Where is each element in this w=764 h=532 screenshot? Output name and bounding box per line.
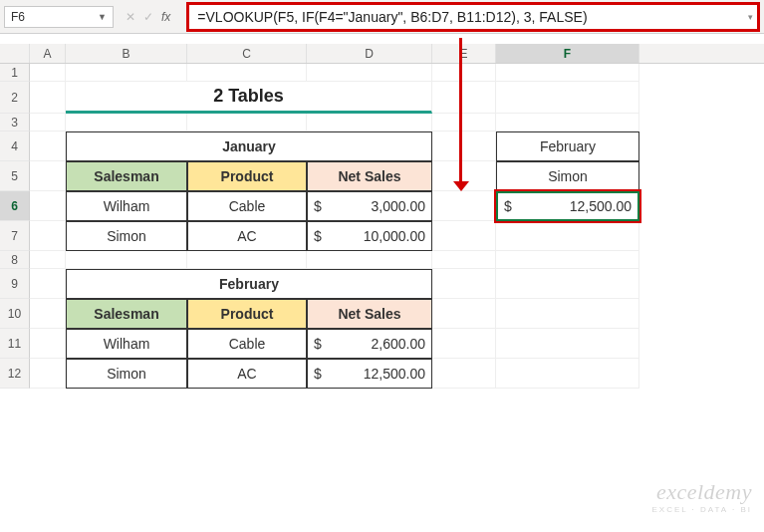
cancel-icon[interactable]: ✕ [126, 10, 135, 24]
grid-rows: 1 2 2 Tables 3 4 [0, 64, 764, 389]
cell[interactable] [187, 251, 307, 269]
cell[interactable] [307, 251, 432, 269]
cell[interactable] [432, 64, 496, 82]
cell[interactable] [30, 269, 66, 299]
col-header-e[interactable]: E [432, 44, 496, 63]
cell[interactable] [432, 299, 496, 329]
table-cell[interactable]: Wilham [66, 191, 187, 221]
cell[interactable] [30, 161, 66, 191]
cell[interactable] [30, 191, 66, 221]
page-title[interactable]: 2 Tables [66, 82, 432, 114]
table-cell[interactable]: Cable [187, 191, 307, 221]
cell[interactable] [30, 82, 66, 114]
accept-icon[interactable]: ✓ [143, 10, 153, 24]
cell[interactable] [496, 269, 639, 299]
cell[interactable] [432, 82, 496, 114]
cell[interactable] [432, 251, 496, 269]
lookup-salesman[interactable]: Simon [496, 161, 639, 191]
col-header-b[interactable]: B [66, 44, 187, 63]
table-cell[interactable]: AC [187, 221, 307, 251]
cell[interactable] [496, 251, 639, 269]
cell[interactable] [432, 191, 496, 221]
cell[interactable] [307, 64, 432, 82]
row-header[interactable]: 11 [0, 329, 30, 359]
row-header[interactable]: 12 [0, 359, 30, 389]
row-header[interactable]: 7 [0, 221, 30, 251]
worksheet[interactable]: A B C D E F 1 2 2 Tables 3 [0, 44, 764, 532]
col-header-a[interactable]: A [30, 44, 66, 63]
table-cell[interactable]: Cable [187, 329, 307, 359]
cell[interactable] [30, 329, 66, 359]
lookup-result-cell[interactable]: $ 12,500.00 [496, 191, 639, 221]
formula-toolbar: F6 ▼ ✕ ✓ fx =VLOOKUP(F5, IF(F4="January"… [0, 0, 764, 34]
formula-bar[interactable]: =VLOOKUP(F5, IF(F4="January", B6:D7, B11… [186, 2, 760, 32]
expand-icon[interactable]: ▾ [748, 12, 753, 22]
cell[interactable] [496, 329, 639, 359]
name-box[interactable]: F6 ▼ [4, 6, 114, 28]
cell[interactable] [30, 132, 66, 161]
table-cell-money[interactable]: $ 10,000.00 [307, 221, 432, 251]
row-header[interactable]: 10 [0, 299, 30, 329]
cell[interactable] [496, 221, 639, 251]
money-value: 10,000.00 [328, 228, 425, 244]
col-header-c[interactable]: C [187, 44, 307, 63]
cell[interactable] [432, 114, 496, 132]
select-all-corner[interactable] [0, 44, 30, 63]
chevron-down-icon[interactable]: ▼ [98, 12, 107, 22]
row-header[interactable]: 4 [0, 132, 30, 161]
cell[interactable] [496, 114, 639, 132]
cell[interactable] [66, 251, 187, 269]
table-cell-money[interactable]: $ 3,000.00 [307, 191, 432, 221]
col-product[interactable]: Product [187, 299, 307, 329]
grid-row: 8 [0, 251, 764, 269]
row-header[interactable]: 9 [0, 269, 30, 299]
cell[interactable] [496, 64, 639, 82]
table-cell[interactable]: Simon [66, 221, 187, 251]
cell[interactable] [432, 329, 496, 359]
cell[interactable] [30, 114, 66, 132]
cell[interactable] [66, 64, 187, 82]
cell[interactable] [187, 64, 307, 82]
row-header[interactable]: 3 [0, 114, 30, 132]
currency-symbol: $ [314, 198, 328, 214]
cell[interactable] [496, 82, 639, 114]
table-cell[interactable]: Wilham [66, 329, 187, 359]
row-header[interactable]: 5 [0, 161, 30, 191]
cell[interactable] [30, 64, 66, 82]
currency-symbol: $ [314, 228, 328, 244]
lookup-month[interactable]: February [496, 132, 639, 161]
cell[interactable] [30, 359, 66, 389]
table-cell-money[interactable]: $ 2,600.00 [307, 329, 432, 359]
cell[interactable] [496, 359, 639, 389]
cell[interactable] [496, 299, 639, 329]
col-salesman[interactable]: Salesman [66, 161, 187, 191]
table-cell[interactable]: AC [187, 359, 307, 389]
col-salesman[interactable]: Salesman [66, 299, 187, 329]
row-header[interactable]: 2 [0, 82, 30, 114]
row-header[interactable]: 8 [0, 251, 30, 269]
cell[interactable] [432, 221, 496, 251]
col-product[interactable]: Product [187, 161, 307, 191]
cell[interactable] [66, 114, 187, 132]
cell[interactable] [432, 359, 496, 389]
cell[interactable] [30, 251, 66, 269]
table-title-feb[interactable]: February [66, 269, 432, 299]
col-header-d[interactable]: D [307, 44, 432, 63]
row-header[interactable]: 6 [0, 191, 30, 221]
col-netsales[interactable]: Net Sales [307, 299, 432, 329]
row-header[interactable]: 1 [0, 64, 30, 82]
table-cell-money[interactable]: $ 12,500.00 [307, 359, 432, 389]
cell[interactable] [187, 114, 307, 132]
cell[interactable] [432, 132, 496, 161]
table-cell[interactable]: Simon [66, 359, 187, 389]
cell[interactable] [432, 269, 496, 299]
cell[interactable] [30, 299, 66, 329]
table-title-jan[interactable]: January [66, 132, 432, 161]
formula-text: =VLOOKUP(F5, IF(F4="January", B6:D7, B11… [197, 9, 587, 25]
column-headers[interactable]: A B C D E F [0, 44, 764, 64]
col-header-f[interactable]: F [496, 44, 639, 63]
fx-icon[interactable]: fx [161, 10, 170, 24]
cell[interactable] [30, 221, 66, 251]
cell[interactable] [307, 114, 432, 132]
col-netsales[interactable]: Net Sales [307, 161, 432, 191]
